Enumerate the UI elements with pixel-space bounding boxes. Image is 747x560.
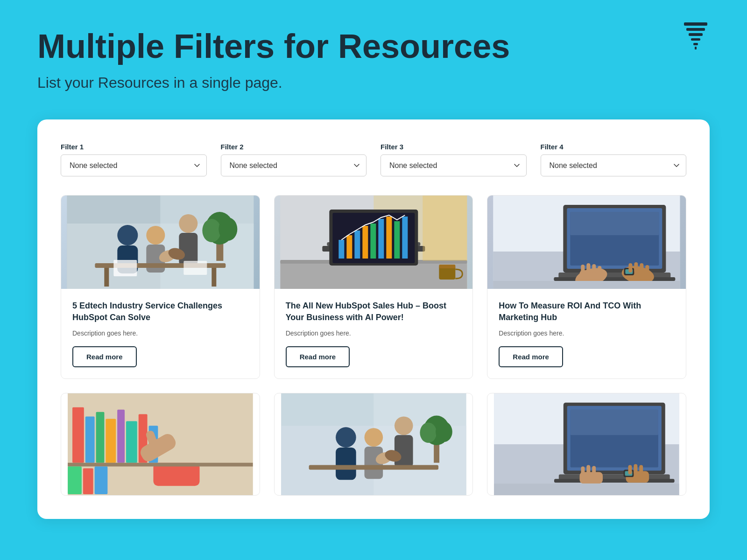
card-2-read-more-button[interactable]: Read more (286, 346, 350, 367)
card-2-body: The All New HubSpot Sales Hub – Boost Yo… (275, 289, 473, 378)
svg-rect-40 (386, 217, 392, 259)
svg-rect-69 (493, 281, 680, 289)
svg-rect-121 (634, 464, 638, 474)
svg-rect-16 (179, 233, 197, 266)
svg-point-17 (146, 226, 165, 245)
filter-group-2: Filter 2 None selected (221, 143, 367, 176)
svg-rect-4 (693, 43, 698, 45)
svg-rect-3 (691, 38, 700, 41)
card-3-body: How To Measure ROI And TCO With Marketin… (487, 289, 686, 378)
svg-rect-54 (554, 277, 676, 281)
svg-rect-35 (346, 235, 352, 259)
card-1-title: 5 Edtech Industry Service Challenges Hub… (72, 300, 248, 323)
filters-row: Filter 1 None selected Filter 2 None sel… (61, 143, 686, 176)
svg-rect-123 (494, 483, 679, 495)
filter-3-label: Filter 3 (381, 143, 527, 151)
svg-rect-90 (374, 393, 466, 495)
svg-rect-43 (423, 196, 467, 261)
svg-point-11 (202, 219, 221, 242)
svg-rect-8 (160, 196, 254, 289)
svg-rect-116 (592, 466, 596, 475)
filter-4-select[interactable]: None selected (541, 154, 687, 176)
card-1-body: 5 Edtech Industry Service Challenges Hub… (61, 289, 260, 378)
svg-rect-87 (68, 393, 253, 495)
svg-rect-34 (338, 240, 344, 259)
svg-rect-67 (640, 263, 644, 273)
svg-rect-25 (183, 261, 207, 275)
svg-rect-110 (571, 409, 658, 435)
card-2-image (275, 196, 473, 289)
svg-point-95 (336, 427, 356, 448)
card-1-description: Description goes here. (72, 329, 248, 337)
svg-rect-103 (309, 465, 438, 469)
svg-rect-66 (634, 262, 638, 273)
svg-rect-41 (394, 221, 400, 259)
svg-point-94 (436, 421, 452, 442)
card-2-description: Description goes here. (286, 329, 462, 337)
filter-3-select[interactable]: None selected (381, 154, 527, 176)
svg-rect-23 (211, 268, 216, 287)
svg-point-99 (395, 416, 413, 435)
svg-rect-68 (646, 265, 649, 273)
bottom-cards-row (61, 393, 686, 496)
svg-rect-24 (113, 260, 137, 276)
resource-card-3: How To Measure ROI And TCO With Marketin… (487, 195, 686, 378)
svg-rect-5 (695, 47, 697, 49)
card-3-read-more-button[interactable]: Read more (499, 346, 563, 367)
bottom-card-3 (487, 393, 686, 496)
svg-point-13 (117, 225, 138, 245)
svg-point-97 (364, 428, 383, 447)
page-subtitle: List your Resources in a single page. (37, 74, 710, 91)
bottom-card-2 (274, 393, 473, 496)
svg-point-15 (179, 214, 197, 233)
svg-rect-60 (598, 266, 602, 274)
page-header: Multiple Filters for Resources List your… (0, 0, 747, 110)
card-3-description: Description goes here. (499, 329, 675, 337)
tornado-logo-icon (682, 19, 710, 47)
filter-group-3: Filter 3 None selected (381, 143, 527, 176)
filter-1-select[interactable]: None selected (61, 154, 207, 176)
main-content: Filter 1 None selected Filter 2 None sel… (37, 119, 710, 518)
svg-rect-57 (581, 265, 585, 274)
cards-grid: 5 Edtech Industry Service Challenges Hub… (61, 195, 686, 378)
filter-1-label: Filter 1 (61, 143, 207, 151)
svg-rect-122 (640, 465, 643, 474)
svg-rect-39 (378, 219, 384, 259)
svg-rect-37 (362, 226, 368, 259)
filter-group-1: Filter 1 None selected (61, 143, 207, 176)
svg-rect-36 (354, 231, 360, 259)
svg-rect-45 (439, 265, 455, 268)
resource-card-1: 5 Edtech Industry Service Challenges Hub… (61, 195, 260, 378)
svg-point-93 (420, 422, 437, 443)
svg-rect-114 (581, 466, 585, 476)
svg-rect-120 (628, 465, 632, 474)
svg-rect-38 (370, 224, 376, 259)
page-title: Multiple Filters for Resources (37, 28, 710, 65)
svg-rect-52 (571, 212, 659, 235)
svg-rect-112 (554, 479, 675, 483)
filter-4-label: Filter 4 (541, 143, 687, 151)
svg-rect-58 (587, 263, 591, 273)
svg-rect-115 (587, 465, 591, 475)
filter-2-select[interactable]: None selected (221, 154, 367, 176)
svg-rect-100 (395, 435, 413, 467)
card-1-image (61, 196, 260, 289)
filter-group-4: Filter 4 None selected (541, 143, 687, 176)
resource-card-2: The All New HubSpot Sales Hub – Boost Yo… (274, 195, 473, 378)
card-3-title: How To Measure ROI And TCO With Marketin… (499, 300, 675, 323)
svg-point-12 (218, 217, 237, 241)
bottom-card-1 (61, 393, 260, 496)
svg-rect-1 (686, 28, 705, 31)
svg-rect-0 (684, 22, 707, 26)
svg-rect-42 (402, 217, 408, 259)
card-3-image (487, 196, 686, 289)
svg-rect-59 (592, 264, 596, 273)
svg-rect-65 (629, 263, 633, 273)
svg-rect-22 (104, 268, 109, 287)
filter-2-label: Filter 2 (221, 143, 367, 151)
card-2-title: The All New HubSpot Sales Hub – Boost Yo… (286, 300, 462, 323)
svg-rect-96 (336, 447, 356, 479)
card-1-read-more-button[interactable]: Read more (72, 346, 137, 367)
svg-rect-2 (689, 33, 703, 36)
